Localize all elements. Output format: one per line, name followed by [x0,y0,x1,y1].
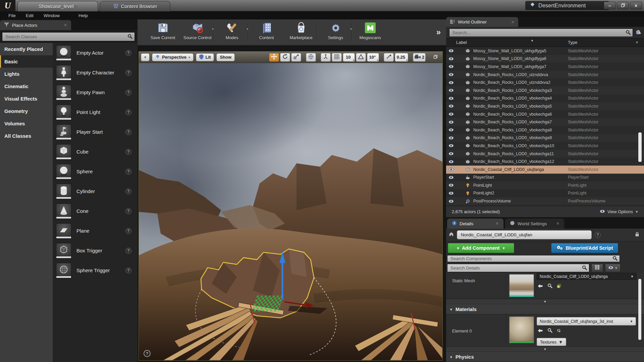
close-icon[interactable]: ✕ [556,221,559,226]
lit-mode-button[interactable]: Lit [196,53,214,61]
help-icon[interactable]: ? [125,109,131,115]
scale-snap-value[interactable]: 0.25 [395,53,408,62]
lock-icon[interactable] [635,232,639,238]
expand-advanced-icon[interactable]: ▼ [446,347,644,352]
category-item[interactable]: Visual Effects [0,93,53,105]
toolbar-button[interactable]: Modes [215,19,249,40]
visibility-eye-icon[interactable] [448,136,456,140]
visibility-eye-icon[interactable] [448,81,456,84]
help-icon[interactable]: ? [125,248,131,254]
toolbar-button[interactable]: Megascans [353,19,387,40]
add-component-button[interactable]: + Add Component ▼ [448,243,514,253]
actor-name-field[interactable]: Nordic_Coastal_Cliff_LOD0_ulujfan [457,230,592,239]
outliner-row[interactable]: Mossy_Stone_Wall_LOD0_ukhgdfyga7 StaticM… [446,63,644,71]
outliner-search-input[interactable] [449,28,633,37]
close-icon[interactable]: ✕ [64,23,67,27]
search-components-input[interactable] [447,255,620,262]
outliner-row[interactable]: PostProcessVolume PostProcessVolume [446,197,644,205]
help-icon[interactable]: ? [595,232,601,238]
use-selected-arrow-icon[interactable] [537,328,543,334]
visibility-eye-icon[interactable] [448,160,456,164]
scale-tool-button[interactable] [291,53,301,62]
type-column-header[interactable]: Type [568,40,577,45]
rotation-snap-value[interactable]: 10° [367,53,379,62]
type-filter-icon[interactable]: ▼ [635,41,639,44]
tab-content-browser[interactable]: Content Browser [100,1,170,11]
viewport-options-button[interactable]: ▼ [141,53,150,61]
help-icon[interactable]: ? [125,70,131,76]
placeable-actor-item[interactable]: Cylinder ? [53,181,138,201]
outliner-row[interactable]: Nordic_Beach_Rocks_LOD0_vbokechga9 Stati… [446,134,644,142]
help-icon[interactable]: ? [125,149,131,155]
category-item[interactable]: Basic [0,55,53,68]
grid-snap-button[interactable] [332,53,342,62]
placeable-actor-item[interactable]: Empty Character ? [53,63,138,82]
placeable-actor-item[interactable]: Box Trigger ? [53,241,138,260]
display-filter-button[interactable]: ▼ [605,264,621,272]
restore-button[interactable] [617,2,629,9]
tab-place-actors[interactable]: Place Actors ✕ [0,20,71,30]
physics-section-header[interactable]: ▼ Physics [446,352,644,362]
category-item[interactable]: Volumes [0,117,53,130]
tab-showcase-level[interactable]: Showcase_level * [17,1,98,11]
outliner-row[interactable]: Mossy_Stone_Wall_LOD0_ukhgdfyga5 StaticM… [446,47,644,55]
outliner-row[interactable]: Nordic_Beach_Rocks_LOD0_ulznddxva Static… [446,71,644,79]
visibility-eye-icon[interactable] [448,88,456,92]
outliner-scrollbar-thumb[interactable] [638,132,642,162]
visibility-eye-icon[interactable] [448,152,456,156]
toolbar-button[interactable]: Marketplace [284,19,318,40]
search-details-input[interactable] [447,264,589,272]
blueprint-add-script-button[interactable]: Blueprint/Add Script [551,243,618,253]
viewport-3d-scene[interactable]: ? [139,63,442,360]
placeable-actor-item[interactable]: Sphere Trigger ? [53,260,138,280]
menu-item[interactable]: Help [73,11,93,19]
outliner-row[interactable]: Nordic_Beach_Rocks_LOD0_ulznddxva2 Stati… [446,78,644,86]
outliner-row[interactable]: PlayerStart PlayerStart [446,174,644,182]
outliner-row[interactable]: Nordic_Beach_Rocks_LOD0_vbokechga10 Stat… [446,142,644,150]
material-combo[interactable]: Nordic_Coastal_Cliff_ulujfanga_3d_inst ▼ [537,317,636,325]
visibility-eye-icon[interactable] [448,120,456,124]
static-mesh-thumbnail[interactable] [509,274,534,297]
materials-section-header[interactable]: ▼ Materials [446,304,644,314]
visibility-eye-icon[interactable] [448,73,456,76]
browse-icon[interactable] [547,328,552,334]
menu-item[interactable]: Window [39,11,65,19]
visibility-eye-icon[interactable] [448,191,456,195]
viewport-help-icon[interactable]: ? [144,350,151,357]
category-item[interactable]: Geometry [0,105,53,117]
outliner-row[interactable]: Nordic_Beach_Rocks_LOD0_vbokechga3 Stati… [446,86,644,95]
minimize-button[interactable]: – [604,2,616,9]
visibility-eye-icon[interactable] [448,128,456,132]
surface-snap-button[interactable] [321,53,331,62]
label-column-header[interactable]: Label [456,40,467,45]
tab-world-outliner[interactable]: World Outliner ✕ [446,17,518,27]
visibility-eye-icon[interactable] [448,112,456,116]
outliner-row[interactable]: Mossy_Stone_Wall_LOD0_ukhgdfyga6 StaticM… [446,55,644,63]
placeable-actor-item[interactable]: Cone ? [53,201,138,221]
outliner-row[interactable]: Nordic_Beach_Rocks_LOD0_vbokechga8 Stati… [446,126,644,134]
close-icon[interactable]: ✕ [495,221,499,226]
menu-item[interactable]: File [3,11,21,19]
outliner-row[interactable]: Nordic_Beach_Rocks_LOD0_vbokechga11 Stat… [446,150,644,158]
outliner-row[interactable]: Nordic_Beach_Rocks_LOD0_vbokechga4 Stati… [446,95,644,103]
perspective-button[interactable]: Perspective▾ [152,53,194,61]
grid-snap-value[interactable]: 10 [343,53,355,62]
placeable-actor-item[interactable]: Point Light ? [53,102,138,122]
toolbar-button[interactable]: Content [249,19,284,40]
placeable-actor-item[interactable]: Player Start ? [53,122,138,142]
visibility-eye-icon[interactable] [448,97,456,100]
expand-advanced-icon[interactable]: ▼ [446,299,644,304]
search-classes-input[interactable] [2,32,135,41]
menu-item[interactable]: Edit [21,11,39,19]
placeable-actor-item[interactable]: Empty Actor ? [53,43,138,63]
help-icon[interactable]: ? [125,208,131,214]
visibility-eye-icon[interactable] [448,183,456,187]
category-item[interactable]: Lights [0,68,53,80]
copy-icon[interactable] [557,284,561,290]
visibility-eye-icon[interactable] [448,57,456,61]
outliner-row[interactable]: PointLight2 PointLight [446,189,644,197]
visibility-eye-icon[interactable] [448,144,456,147]
view-options-button[interactable]: View Options ▼ [600,209,638,214]
placeable-actor-item[interactable]: Cube ? [53,142,138,162]
help-icon[interactable]: ? [125,50,131,56]
